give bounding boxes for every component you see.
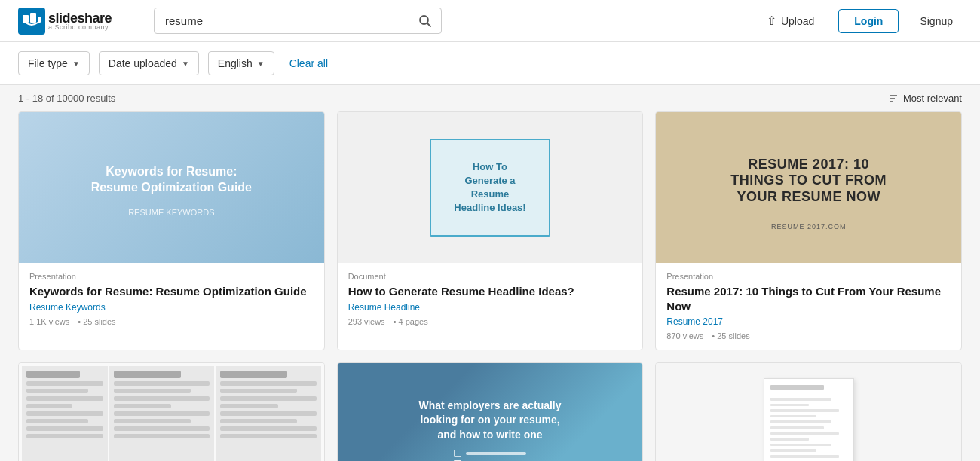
language-filter[interactable]: English ▼ bbox=[208, 51, 274, 75]
card-1-title: Keywords for Resume: Resume Optimization… bbox=[29, 284, 314, 299]
card-3-title: Resume 2017: 10 Things to Cut From Your … bbox=[666, 284, 951, 313]
search-button[interactable] bbox=[409, 8, 442, 34]
card-3-slides: • 25 slides bbox=[712, 331, 749, 340]
card-2-pages: • 4 pages bbox=[394, 317, 428, 326]
card-3-body: Presentation Resume 2017: 10 Things to C… bbox=[656, 263, 961, 350]
search-bar bbox=[154, 8, 442, 34]
file-type-chevron-icon: ▼ bbox=[72, 60, 80, 68]
upload-label: Upload bbox=[781, 15, 814, 27]
card-2-body: Document How to Generate Resume Headline… bbox=[338, 263, 643, 335]
card-1-type: Presentation bbox=[29, 272, 314, 281]
card-2-author[interactable]: Resume Headline bbox=[348, 302, 632, 313]
results-bar: 1 - 18 of 10000 results Most relevant bbox=[0, 85, 980, 111]
card-3-views: 870 views bbox=[666, 331, 703, 340]
language-label: English bbox=[218, 57, 253, 69]
date-uploaded-label: Date uploaded bbox=[109, 57, 177, 69]
card-1-slides: • 25 slides bbox=[78, 317, 115, 326]
card-2[interactable]: How ToGenerate aResumeHeadline Ideas! Do… bbox=[337, 111, 644, 350]
svg-rect-2 bbox=[30, 13, 36, 23]
card-5-thumbnail: What employers are actuallylooking for o… bbox=[338, 363, 643, 461]
results-summary: 1 - 18 of 10000 results bbox=[18, 93, 115, 104]
svg-line-5 bbox=[427, 23, 431, 26]
file-type-filter[interactable]: File type ▼ bbox=[18, 51, 90, 75]
logo[interactable]: slideshare a Scribd company bbox=[18, 8, 124, 35]
slideshare-logo-icon bbox=[18, 8, 45, 35]
login-button[interactable]: Login bbox=[838, 9, 899, 33]
card-4[interactable]: Document Resume Sample bbox=[18, 362, 325, 461]
svg-rect-3 bbox=[38, 17, 41, 23]
cards-grid: Keywords for Resume:Resume Optimization … bbox=[0, 111, 980, 461]
card-2-meta: 293 views • 4 pages bbox=[348, 317, 632, 326]
card-3-type: Presentation bbox=[666, 272, 951, 281]
sort-button[interactable]: Most relevant bbox=[888, 93, 962, 104]
card-3[interactable]: RESUME 2017: 10THINGS TO CUT FROMYOUR RE… bbox=[655, 111, 962, 350]
search-icon bbox=[418, 14, 432, 28]
date-uploaded-filter[interactable]: Date uploaded ▼ bbox=[99, 51, 199, 75]
sort-icon bbox=[888, 93, 899, 104]
sort-label: Most relevant bbox=[903, 93, 962, 104]
search-input[interactable] bbox=[154, 8, 442, 34]
card-3-author[interactable]: Resume 2017 bbox=[666, 316, 951, 327]
card-5[interactable]: What employers are actuallylooking for o… bbox=[337, 362, 644, 461]
date-chevron-icon: ▼ bbox=[182, 60, 189, 68]
card-1-meta: 1.1K views • 25 slides bbox=[29, 317, 314, 326]
filter-bar: File type ▼ Date uploaded ▼ English ▼ Cl… bbox=[0, 42, 980, 85]
card-1-views: 1.1K views bbox=[29, 317, 69, 326]
header: slideshare a Scribd company ⇧ Upload Log… bbox=[0, 0, 980, 42]
upload-icon: ⇧ bbox=[767, 14, 776, 28]
card-6-thumbnail bbox=[656, 363, 961, 461]
card-4-thumbnail bbox=[19, 363, 324, 461]
card-6[interactable]: Document Resume Template bbox=[655, 362, 962, 461]
svg-rect-1 bbox=[23, 15, 29, 23]
card-1[interactable]: Keywords for Resume:Resume Optimization … bbox=[18, 111, 325, 350]
card-2-thumbnail: How ToGenerate aResumeHeadline Ideas! bbox=[338, 112, 643, 263]
clear-all-button[interactable]: Clear all bbox=[283, 52, 334, 75]
file-type-label: File type bbox=[28, 57, 68, 69]
signup-button[interactable]: Signup bbox=[911, 10, 962, 32]
upload-button[interactable]: ⇧ Upload bbox=[755, 8, 826, 34]
card-1-body: Presentation Keywords for Resume: Resume… bbox=[19, 263, 324, 335]
card-3-thumbnail: RESUME 2017: 10THINGS TO CUT FROMYOUR RE… bbox=[656, 112, 961, 263]
card-2-title: How to Generate Resume Headline Ideas? bbox=[348, 284, 632, 299]
card-2-views: 293 views bbox=[348, 317, 385, 326]
card-1-thumbnail: Keywords for Resume:Resume Optimization … bbox=[19, 112, 324, 263]
card-2-type: Document bbox=[348, 272, 632, 281]
card-1-author[interactable]: Resume Keywords bbox=[29, 302, 314, 313]
language-chevron-icon: ▼ bbox=[257, 60, 265, 68]
logo-sub: a Scribd company bbox=[48, 23, 112, 31]
card-3-meta: 870 views • 25 slides bbox=[666, 331, 951, 340]
